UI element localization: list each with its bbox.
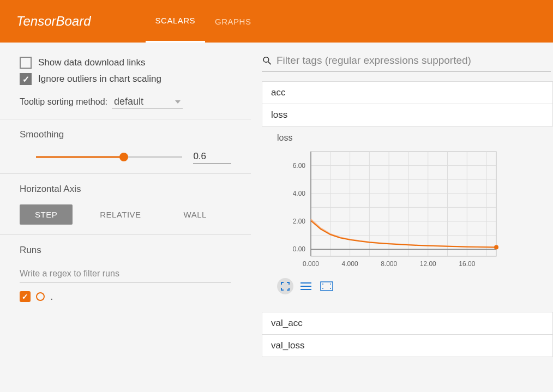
label-show-download: Show data download links <box>38 57 146 68</box>
search-icon <box>262 55 272 66</box>
tab-bar: SCALARS GRAPHS <box>146 0 261 43</box>
app-logo: TensorBoard <box>16 14 91 29</box>
label-horizontal-axis: Horizontal Axis <box>20 184 231 195</box>
svg-point-39 <box>322 288 323 289</box>
chevron-down-icon <box>175 100 181 104</box>
expand-icon[interactable] <box>277 278 293 294</box>
fit-icon[interactable] <box>318 278 335 294</box>
tag-panel: acc loss <box>262 81 553 126</box>
label-runs: Runs <box>20 245 231 256</box>
svg-point-38 <box>330 284 331 285</box>
svg-point-0 <box>263 57 268 62</box>
svg-rect-2 <box>311 152 496 256</box>
svg-text:12.00: 12.00 <box>420 260 436 268</box>
svg-text:0.00: 0.00 <box>293 245 306 253</box>
svg-line-1 <box>268 62 271 64</box>
chart-card: loss 0.002.004.006.000.0004.0008.00012.0… <box>262 126 553 304</box>
app-header: TensorBoard SCALARS GRAPHS <box>0 0 553 43</box>
svg-text:6.00: 6.00 <box>293 162 306 170</box>
svg-text:4.000: 4.000 <box>342 260 358 268</box>
axis-btn-relative[interactable]: RELATIVE <box>85 204 156 225</box>
run-checkbox[interactable] <box>20 291 31 302</box>
slider-smoothing[interactable] <box>36 152 182 162</box>
list-icon[interactable] <box>298 278 314 294</box>
tag-filter-input[interactable] <box>276 55 551 67</box>
svg-rect-36 <box>321 282 333 291</box>
svg-point-37 <box>322 284 323 285</box>
svg-text:8.000: 8.000 <box>381 260 397 268</box>
svg-text:16.00: 16.00 <box>459 260 475 268</box>
tag-group-acc[interactable]: acc <box>262 82 552 104</box>
chart-title: loss <box>277 133 542 143</box>
svg-text:0.000: 0.000 <box>303 260 319 268</box>
label-ignore-outliers: Ignore outliers in chart scaling <box>38 74 161 85</box>
svg-point-32 <box>494 245 498 250</box>
tag-group-val-loss[interactable]: val_loss <box>262 335 553 357</box>
label-tooltip-sorting: Tooltip sorting method: <box>20 97 107 107</box>
tag-group-loss[interactable]: loss <box>262 104 552 126</box>
tag-group-val-acc[interactable]: val_acc <box>262 312 553 335</box>
tab-graphs[interactable]: GRAPHS <box>205 0 261 43</box>
tab-scalars[interactable]: SCALARS <box>146 0 206 43</box>
checkbox-show-download[interactable] <box>20 57 32 69</box>
axis-btn-wall[interactable]: WALL <box>169 204 222 225</box>
run-dot-label: . <box>50 290 53 303</box>
sidebar: Show data download links Ignore outliers… <box>0 43 251 392</box>
run-radio[interactable] <box>36 292 45 301</box>
select-tooltip-sorting[interactable]: default <box>112 95 183 109</box>
svg-text:2.00: 2.00 <box>293 218 306 225</box>
runs-filter-input[interactable] <box>20 266 231 282</box>
smoothing-value[interactable]: 0.6 <box>193 150 231 164</box>
axis-btn-step[interactable]: STEP <box>20 204 73 225</box>
svg-point-40 <box>330 288 331 289</box>
select-value: default <box>114 96 143 107</box>
checkbox-ignore-outliers[interactable] <box>20 73 32 85</box>
loss-chart[interactable]: 0.002.004.006.000.0004.0008.00012.0016.0… <box>273 147 502 273</box>
slider-thumb[interactable] <box>119 153 128 161</box>
main-content: acc loss loss 0.002.004.006.000.0004.000… <box>251 43 553 392</box>
svg-text:4.00: 4.00 <box>293 190 306 197</box>
label-smoothing: Smoothing <box>20 129 231 140</box>
